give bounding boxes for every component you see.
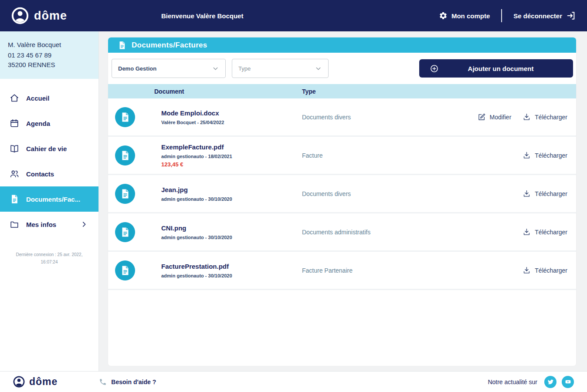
filters-row: Demo Gestion Type Ajouter un document: [108, 53, 576, 84]
chevron-down-icon: [315, 65, 322, 72]
topbar-divider: [501, 9, 502, 22]
phone-icon: [99, 378, 107, 386]
document-meta: admin gestionauto - 30/10/2020: [161, 273, 232, 278]
row-actions: Télécharger: [523, 189, 567, 198]
document-cell: ExempleFacture.pdfadmin gestionauto - 18…: [108, 143, 302, 168]
download-button[interactable]: Télécharger: [523, 228, 567, 236]
brand-logo[interactable]: dôme: [11, 7, 67, 24]
table-row: ExempleFacture.pdfadmin gestionauto - 18…: [108, 137, 576, 175]
download-icon: [523, 151, 531, 159]
row-actions: ModifierTélécharger: [478, 113, 568, 121]
twitter-icon: [547, 378, 554, 385]
youtube-button[interactable]: [562, 376, 574, 388]
sidebar-item-agenda[interactable]: Agenda: [0, 111, 98, 136]
footer-social: Notre actualité sur: [488, 376, 574, 388]
logout-button[interactable]: Se déconnecter: [513, 11, 576, 20]
action-label: Télécharger: [535, 114, 567, 121]
table-row: FacturePrestation.pdfadmin gestionauto -…: [108, 252, 576, 290]
dome-logo-icon: [11, 7, 29, 24]
column-header-type: Type: [302, 88, 576, 95]
logout-label: Se déconnecter: [513, 12, 562, 20]
my-account-label: Mon compte: [451, 12, 490, 20]
document-file-icon: [115, 260, 135, 280]
download-button[interactable]: Télécharger: [523, 151, 567, 159]
document-icon: [118, 41, 126, 50]
document-meta: admin gestionauto - 30/10/2020: [161, 235, 232, 240]
sidebar-item-label: Agenda: [26, 120, 50, 127]
folder-icon: [10, 220, 19, 229]
sidebar-item-accueil[interactable]: Accueil: [0, 85, 98, 111]
topbar-actions: Mon compte Se déconnecter: [439, 9, 576, 22]
document-name: Mode Emploi.docx: [161, 109, 224, 117]
user-phone: 01 23 45 67 89: [8, 51, 91, 60]
home-icon: [10, 93, 19, 103]
page-title-bar: Documents/Factures: [108, 37, 576, 53]
document-icon: [10, 194, 19, 204]
sidebar-item-label: Documents/Fac...: [26, 196, 80, 203]
sidebar-item-documents-fac[interactable]: Documents/Fac...: [0, 186, 98, 212]
document-meta: admin gestionauto - 30/10/2020: [161, 196, 232, 202]
download-button[interactable]: Télécharger: [523, 266, 567, 274]
row-actions: Télécharger: [523, 266, 567, 274]
chevron-down-icon: [212, 65, 219, 72]
action-label: Télécharger: [535, 152, 567, 159]
gear-icon: [439, 11, 448, 20]
book-icon: [10, 144, 19, 153]
page-title: Documents/Factures: [132, 41, 207, 50]
youtube-icon: [565, 378, 571, 385]
document-meta: Valère Bocquet - 25/04/2022: [161, 120, 224, 125]
sidebar: M. Valère Bocquet 01 23 45 67 89 35200 R…: [0, 31, 99, 371]
document-file-icon: [115, 222, 135, 242]
document-cell: CNI.pngadmin gestionauto - 30/10/2020: [108, 222, 302, 242]
app-window: dôme Bienvenue Valère Bocquet Mon compte…: [0, 0, 587, 392]
user-name: M. Valère Bocquet: [8, 40, 91, 50]
document-file-icon: [115, 107, 135, 127]
sidebar-item-label: Mes infos: [26, 221, 56, 228]
document-file-icon: [115, 145, 135, 166]
download-button[interactable]: Télécharger: [523, 189, 567, 198]
document-name: Jean.jpg: [161, 186, 232, 193]
table-row: CNI.pngadmin gestionauto - 30/10/2020Doc…: [108, 213, 576, 252]
sidebar-item-label: Contacts: [26, 170, 54, 178]
document-meta: admin gestionauto - 18/02/2021: [161, 154, 232, 159]
download-button[interactable]: Télécharger: [523, 113, 567, 121]
footer-brand: dôme: [13, 376, 58, 388]
sidebar-item-contacts[interactable]: Contacts: [0, 161, 98, 186]
action-label: Télécharger: [535, 190, 567, 197]
document-file-icon: [115, 184, 135, 204]
main-area: Documents/Factures Demo Gestion Type Ajo…: [99, 31, 587, 371]
modify-button[interactable]: Modifier: [478, 113, 512, 121]
document-type: Documents administratifs: [302, 229, 523, 236]
twitter-button[interactable]: [544, 376, 556, 388]
last-connection-text: Dernière connexion : 25 avr. 2022, 16:07…: [0, 251, 98, 266]
sidebar-item-mes-infos[interactable]: Mes infos: [0, 212, 98, 237]
table-row: Mode Emploi.docxValère Bocquet - 25/04/2…: [108, 98, 576, 137]
table-header: Document Type: [108, 84, 576, 98]
sidebar-item-cahier-de-vie[interactable]: Cahier de vie: [0, 136, 98, 161]
type-select-value: Type: [238, 65, 251, 72]
gestion-select[interactable]: Demo Gestion: [112, 59, 226, 78]
document-cell: Mode Emploi.docxValère Bocquet - 25/04/2…: [108, 107, 302, 127]
sidebar-item-label: Cahier de vie: [26, 145, 67, 152]
footer-brand-name: dôme: [29, 376, 58, 388]
people-icon: [10, 169, 19, 179]
my-account-button[interactable]: Mon compte: [439, 11, 490, 20]
sidebar-item-label: Accueil: [26, 95, 49, 102]
welcome-text: Bienvenue Valère Bocquet: [161, 12, 243, 20]
table-body: Mode Emploi.docxValère Bocquet - 25/04/2…: [108, 98, 576, 290]
document-type: Facture Partenaire: [302, 267, 523, 274]
row-actions: Télécharger: [523, 228, 567, 236]
type-select[interactable]: Type: [232, 59, 329, 78]
add-document-label: Ajouter un document: [439, 65, 573, 72]
help-link[interactable]: Besoin d'aide ?: [99, 378, 156, 386]
document-type: Documents divers: [302, 190, 523, 197]
top-navbar: dôme Bienvenue Valère Bocquet Mon compte…: [0, 0, 587, 31]
document-name: ExempleFacture.pdf: [161, 143, 232, 151]
document-cell: FacturePrestation.pdfadmin gestionauto -…: [108, 260, 302, 280]
documents-card: Documents/Factures Demo Gestion Type Ajo…: [108, 37, 576, 366]
logout-icon: [566, 11, 576, 20]
row-actions: Télécharger: [523, 151, 567, 159]
document-name: CNI.png: [161, 224, 232, 232]
chevron-right-icon: [80, 220, 88, 228]
add-document-button[interactable]: Ajouter un document: [419, 59, 573, 78]
